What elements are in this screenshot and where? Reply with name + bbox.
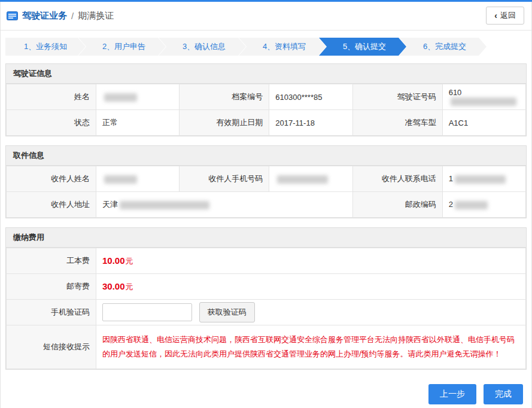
license-info-table: 姓名 档案编号 610300****85 驾驶证号码 610 状态 正常 有效期…: [6, 84, 526, 136]
name-label: 姓名: [7, 84, 96, 110]
mailing-fee-amount: 30.00: [102, 281, 125, 291]
step-tab-1: 1、业务须知: [5, 38, 86, 56]
sms-notice-text: 因陕西省联通、电信运营商技术问题，陕西省互联网交通安全综合服务管理平台无法向持陕…: [102, 333, 517, 361]
sms-code-label: 手机验证码: [7, 300, 96, 325]
postal-code-value: 2: [442, 192, 525, 218]
step-label: 2、用户申告: [102, 42, 145, 51]
pickup-section-title: 取件信息: [6, 146, 526, 166]
redacted-value: [455, 201, 488, 209]
license-section-title: 驾驶证信息: [6, 64, 526, 84]
recipient-phone-value: 1: [442, 166, 525, 192]
title-separator: /: [71, 11, 74, 21]
page-container: 驾驶证业务 / 期满换证 ‹ 返回 1、业务须知 2、用户申告 3、确认信息 4…: [0, 2, 532, 408]
footer-actions: 上一步 完成: [9, 384, 523, 404]
step-label: 3、确认信息: [183, 42, 226, 51]
step-label: 5、确认提交: [343, 42, 386, 51]
table-row: 邮寄费 30.00元: [7, 274, 526, 300]
id-card-icon: [7, 11, 18, 20]
service-subtitle: 期满换证: [78, 10, 114, 22]
get-code-button[interactable]: 获取验证码: [199, 302, 255, 322]
back-button-label: 返回: [500, 10, 516, 21]
sms-code-cell: 获取验证码: [96, 300, 526, 325]
redacted-value: [120, 201, 209, 209]
recipient-mobile-label: 收件人手机号码: [180, 166, 269, 192]
expiry-date-value: 2017-11-18: [269, 110, 352, 136]
vehicle-class-label: 准驾车型: [352, 110, 442, 136]
production-fee-unit: 元: [126, 257, 133, 266]
recipient-mobile-value: [269, 166, 352, 192]
redacted-value: [104, 93, 137, 102]
mailing-fee-label: 邮寄费: [7, 274, 96, 300]
page-title: 驾驶证业务 / 期满换证: [7, 10, 114, 22]
production-fee-amount: 10.00: [102, 255, 125, 266]
redacted-value: [455, 175, 506, 184]
sms-notice-label: 短信接收提示: [7, 325, 96, 369]
step-tab-3: 3、确认信息: [159, 38, 246, 56]
recipient-phone-label: 收件人联系电话: [352, 166, 442, 192]
redacted-value: [451, 98, 516, 106]
table-row: 姓名 档案编号 610300****85 驾驶证号码 610: [7, 84, 526, 110]
license-number-label: 驾驶证号码: [352, 84, 442, 110]
step-tab-2: 2、用户申告: [78, 38, 166, 56]
expiry-date-label: 有效期止日期: [180, 110, 269, 136]
pickup-info-table: 收件人姓名 收件人手机号码 收件人联系电话 1 收件人地址 天津 邮政编码: [6, 166, 526, 218]
name-value: [96, 84, 180, 110]
fees-table: 工本费 10.00元 邮寄费 30.00元 手机验证码 获取验证码 短信接收提: [6, 248, 526, 369]
step-wizard: 1、业务须知 2、用户申告 3、确认信息 4、资料填写 5、确认提交 6、完成提…: [5, 38, 527, 56]
step-label: 6、完成提交: [423, 42, 466, 51]
file-number-label: 档案编号: [180, 84, 269, 110]
table-row: 手机验证码 获取验证码: [7, 300, 526, 325]
recipient-address-label: 收件人地址: [7, 192, 96, 218]
production-fee-value: 10.00元: [96, 248, 526, 274]
step-label: 1、业务须知: [24, 42, 67, 51]
fees-section-title: 缴纳费用: [6, 228, 526, 248]
recipient-name-value: [96, 166, 180, 192]
redacted-value: [104, 175, 137, 184]
sms-notice-cell: 因陕西省联通、电信运营商技术问题，陕西省互联网交通安全综合服务管理平台无法向持陕…: [96, 325, 526, 369]
status-label: 状态: [7, 110, 96, 136]
service-category-title: 驾驶证业务: [22, 10, 67, 22]
previous-step-button[interactable]: 上一步: [428, 384, 476, 404]
production-fee-label: 工本费: [7, 248, 96, 274]
chevron-left-icon: ‹: [494, 11, 497, 20]
table-row: 状态 正常 有效期止日期 2017-11-18 准驾车型 A1C1: [7, 110, 526, 136]
page-header: 驾驶证业务 / 期满换证 ‹ 返回: [1, 2, 531, 31]
back-button[interactable]: ‹ 返回: [486, 7, 524, 25]
pickup-info-section: 取件信息 收件人姓名 收件人手机号码 收件人联系电话 1 收件人地: [5, 145, 527, 218]
mailing-fee-unit: 元: [126, 282, 133, 291]
table-row: 工本费 10.00元: [7, 248, 526, 274]
mailing-fee-value: 30.00元: [96, 274, 526, 300]
fees-section: 缴纳费用 工本费 10.00元 邮寄费 30.00元 手机验证码: [5, 227, 527, 370]
recipient-address-value: 天津: [96, 192, 353, 218]
table-row: 收件人地址 天津 邮政编码 2: [7, 192, 526, 218]
redacted-value: [277, 175, 328, 184]
finish-button[interactable]: 完成: [484, 384, 523, 404]
step-tab-6: 6、完成提交: [399, 38, 487, 56]
table-row: 短信接收提示 因陕西省联通、电信运营商技术问题，陕西省互联网交通安全综合服务管理…: [7, 325, 526, 369]
file-number-value: 610300****85: [269, 84, 352, 110]
step-tab-5-active: 5、确认提交: [319, 38, 406, 56]
table-row: 收件人姓名 收件人手机号码 收件人联系电话 1: [7, 166, 526, 192]
step-tab-4: 4、资料填写: [239, 38, 326, 56]
status-value: 正常: [96, 110, 180, 136]
license-number-value: 610: [442, 84, 525, 110]
license-info-section: 驾驶证信息 姓名 档案编号 610300****85 驾驶证号码 610: [5, 63, 527, 136]
step-label: 4、资料填写: [263, 42, 306, 51]
recipient-name-label: 收件人姓名: [7, 166, 96, 192]
sms-code-input[interactable]: [102, 303, 192, 321]
postal-code-label: 邮政编码: [352, 192, 442, 218]
vehicle-class-value: A1C1: [442, 110, 525, 136]
